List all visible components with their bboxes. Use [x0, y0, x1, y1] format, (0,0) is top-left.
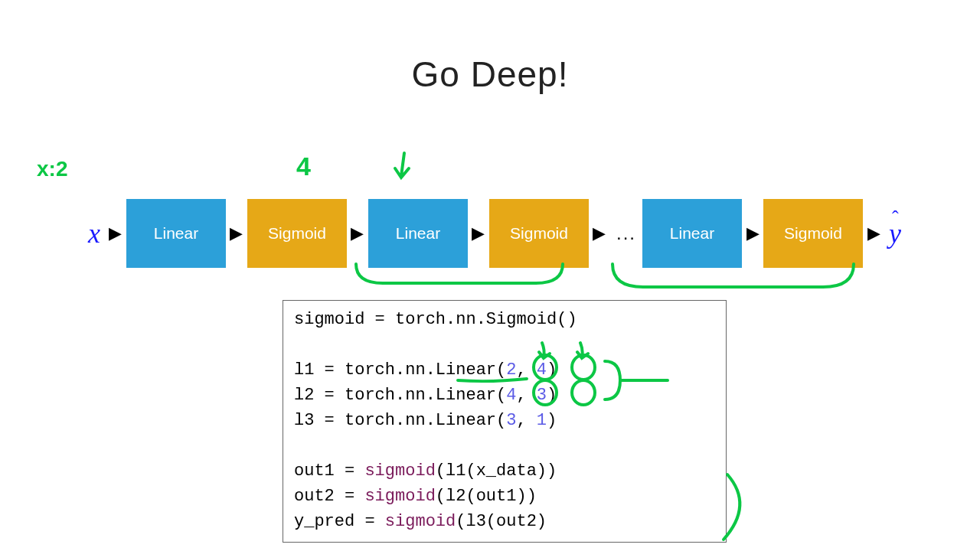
- arrow-icon: ▶: [107, 223, 124, 243]
- sigmoid-box-1: Sigmoid: [247, 199, 347, 268]
- code-line: l1 = torch.nn.Linear(2, 4): [294, 357, 715, 383]
- sigmoid-box-2: Sigmoid: [489, 199, 589, 268]
- linear-box-1: Linear: [126, 199, 226, 268]
- input-x: x: [88, 217, 100, 249]
- code-blank: [294, 433, 715, 458]
- output-y: ˆ y: [889, 217, 901, 249]
- ellipsis: ...: [616, 223, 636, 244]
- code-line: y_pred = sigmoid(l3(out2): [294, 509, 715, 534]
- annotation-four: 4: [296, 152, 311, 181]
- slide-title: Go Deep!: [0, 54, 980, 95]
- arrow-icon: ▶: [349, 223, 366, 243]
- code-blank: [294, 332, 715, 357]
- code-line: out1 = sigmoid(l1(x_data)): [294, 458, 715, 484]
- code-line: out2 = sigmoid(l2(out1)): [294, 484, 715, 509]
- code-block: sigmoid = torch.nn.Sigmoid() l1 = torch.…: [283, 300, 727, 543]
- arrow-icon: ▶: [591, 223, 608, 243]
- arrow-icon: ▶: [744, 223, 761, 243]
- sigmoid-box-3: Sigmoid: [763, 199, 863, 268]
- network-flow: x ▶ Linear ▶ Sigmoid ▶ Linear ▶ Sigmoid …: [0, 187, 980, 279]
- code-line: l3 = torch.nn.Linear(3, 1): [294, 408, 715, 433]
- arrow-icon: ▶: [470, 223, 487, 243]
- arrow-icon: ▶: [228, 223, 245, 243]
- linear-box-3: Linear: [642, 199, 742, 268]
- down-arrow-icon: [395, 153, 409, 178]
- hat-symbol: ˆ: [892, 207, 899, 230]
- annotation-x2: x:2: [37, 157, 67, 181]
- linear-box-2: Linear: [368, 199, 468, 268]
- arrow-icon: ▶: [865, 223, 882, 243]
- code-line: l2 = torch.nn.Linear(4, 3): [294, 383, 715, 408]
- code-line: sigmoid = torch.nn.Sigmoid(): [294, 307, 715, 332]
